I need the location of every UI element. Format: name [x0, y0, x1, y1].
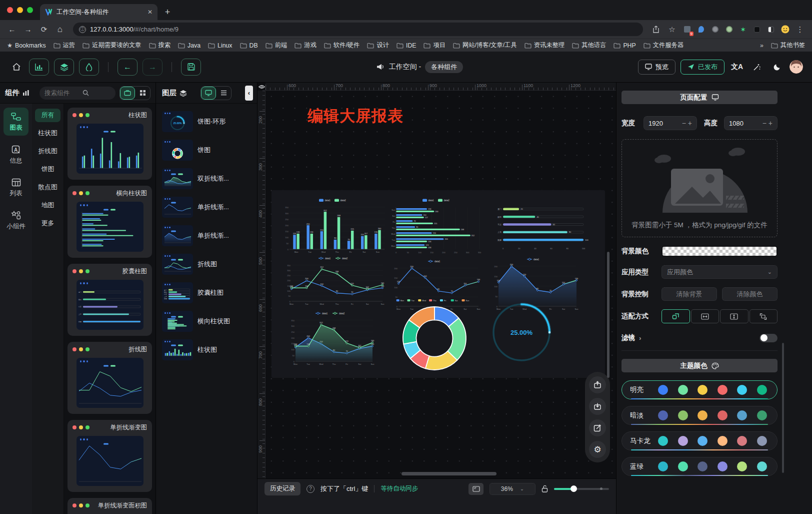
bookmark-folder[interactable]: 近期需要读的文章 — [82, 41, 141, 50]
thumbnail-view-button[interactable] — [201, 87, 216, 100]
extension-dot-icon[interactable] — [724, 25, 734, 35]
extension-pin-icon[interactable] — [696, 25, 706, 35]
app-type-select[interactable]: 应用颜色 ⌄ — [662, 265, 778, 279]
sidebar-item-信息[interactable]: A信息 — [4, 141, 28, 169]
chart-capsule[interactable]: 20厦门40南阳60北京80上海100新疆020406080100 — [490, 199, 594, 251]
translate-icon[interactable]: 文A — [730, 63, 744, 72]
list-view-button[interactable] — [216, 87, 231, 100]
undo-button[interactable]: ← — [118, 59, 138, 76]
help-icon[interactable]: ? — [306, 485, 314, 493]
sidebar-item-列表[interactable]: 列表 — [4, 174, 28, 201]
ruler-eye-icon[interactable] — [258, 84, 265, 90]
preview-button[interactable]: 预览 — [638, 60, 676, 75]
chart-bar[interactable]: data1data2050100150200250300350120130Mon… — [280, 197, 388, 255]
fit-height-button[interactable] — [720, 309, 748, 323]
canvas-area[interactable]: 6007008009001000110012001300 20030040050… — [258, 83, 616, 514]
zoom-select[interactable]: 36% ⌄ — [490, 483, 536, 495]
bookmark-folder[interactable]: 文件服务器 — [644, 41, 684, 50]
decrement-icon[interactable]: − — [682, 119, 686, 127]
zoom-slider[interactable] — [554, 485, 609, 492]
component-card[interactable]: 单折线渐变图 — [68, 420, 152, 492]
fit-width-button[interactable] — [691, 309, 720, 323]
category-更多[interactable]: 更多 — [35, 217, 60, 230]
minimap-button[interactable] — [468, 483, 484, 495]
bookmark-folder[interactable]: 其他语言 — [572, 41, 606, 50]
theme-color-dot[interactable] — [757, 461, 767, 471]
layer-item[interactable]: 饼图 — [160, 138, 253, 162]
collapse-panel-button[interactable]: ‹ — [245, 86, 253, 101]
toggle-layers-panel-button[interactable] — [54, 59, 74, 76]
sidebar-item-图表[interactable]: 图表 — [4, 108, 28, 136]
canvas-horizontal-scrollbar[interactable] — [402, 472, 496, 475]
layer-item[interactable]: 单折线渐... — [160, 224, 253, 248]
filter-toggle[interactable] — [760, 334, 778, 342]
component-card[interactable]: 横向柱状图 — [68, 186, 152, 258]
layer-item[interactable]: 双折线渐... — [160, 167, 253, 191]
extension-star-icon[interactable]: ✶ — [738, 25, 748, 35]
layer-item[interactable]: 厦门南阳北京上海新疆胶囊柱图 — [160, 281, 253, 305]
bookmark-folder[interactable]: IDE — [396, 41, 416, 50]
component-card[interactable]: 柱状图 — [68, 108, 152, 180]
theme-color-dot[interactable] — [737, 385, 747, 395]
bookmark-folder[interactable]: 前端 — [266, 41, 288, 50]
bookmark-folder[interactable]: DB — [240, 41, 258, 50]
browser-menu-icon[interactable]: ⋮ — [793, 23, 807, 37]
bookmark-folder[interactable]: 设计 — [367, 41, 389, 50]
theme-color-dot[interactable] — [678, 385, 688, 395]
increment-icon[interactable]: + — [768, 119, 772, 127]
theme-color-dot[interactable] — [718, 385, 728, 395]
grid-view-button[interactable] — [135, 87, 150, 100]
theme-color-dot[interactable] — [718, 436, 728, 446]
extension-contrast-icon[interactable] — [766, 25, 776, 35]
bookmark-folder[interactable]: 资讯未整理 — [524, 41, 564, 50]
component-search[interactable] — [40, 87, 116, 100]
user-avatar[interactable] — [790, 60, 803, 74]
background-upload-area[interactable]: 背景图需小于 5M ，格式为 png/jpg/gif 的文件 — [622, 139, 778, 237]
clear-background-button[interactable]: 清除背景 — [662, 287, 717, 301]
workspace-name-badge[interactable]: 各种组件 — [425, 61, 463, 73]
category-折线图[interactable]: 折线图 — [35, 145, 60, 158]
extension-dark-icon[interactable] — [752, 25, 762, 35]
browser-tab[interactable]: 工作空间-各种组件 ✕ — [40, 4, 158, 20]
category-所有[interactable]: 所有 — [35, 109, 60, 122]
window-controls[interactable] — [7, 0, 40, 20]
theme-color-dot[interactable] — [678, 461, 688, 471]
bookmark-folder[interactable]: 搜索 — [149, 41, 171, 50]
bookmark-folder[interactable]: 游戏 — [294, 41, 316, 50]
clear-color-button[interactable]: 清除颜色 — [722, 287, 778, 301]
theme-color-dot[interactable] — [718, 461, 728, 471]
bookmarks-overflow-icon[interactable]: » — [760, 42, 764, 49]
chart-horizontal-bar[interactable]: data1data2050100150200250300350120130Mon… — [388, 197, 488, 255]
other-bookmarks[interactable]: 其他书签 — [771, 41, 805, 50]
theme-color-dot[interactable] — [658, 461, 668, 471]
theme-color-dot[interactable] — [658, 410, 668, 420]
toggle-components-panel-button[interactable] — [29, 59, 49, 76]
chart-ring-progress[interactable]: 25.00% — [488, 299, 556, 365]
theme-color-dot[interactable] — [658, 385, 668, 395]
theme-color-dot[interactable] — [737, 436, 747, 446]
tab-close-icon[interactable]: ✕ — [148, 9, 152, 16]
redo-button[interactable]: → — [142, 59, 162, 76]
component-card[interactable]: 折线图 — [68, 342, 152, 414]
category-散点图[interactable]: 散点图 — [35, 181, 60, 194]
site-info-icon[interactable]: ⓘ — [79, 26, 86, 33]
settings-button[interactable]: ⚙ — [589, 441, 606, 458]
sidebar-item-小组件[interactable]: 小组件 — [4, 206, 28, 234]
canvas-vertical-scrollbar[interactable] — [607, 252, 610, 378]
bookmark-folder[interactable]: Linux — [208, 41, 232, 50]
edit-button[interactable] — [589, 419, 606, 436]
bookmark-folder[interactable]: 项目 — [424, 41, 446, 50]
forward-icon[interactable]: → — [21, 23, 35, 37]
bookmark-folder[interactable]: 网站/博客/文章/工具 — [453, 41, 517, 50]
magic-wand-icon[interactable] — [750, 63, 764, 71]
bookmark-folder[interactable]: Java — [178, 41, 200, 50]
layer-item[interactable]: 柱状图 — [160, 338, 253, 362]
theme-row-暗淡[interactable]: 暗淡 — [622, 406, 778, 425]
history-button[interactable]: 历史记录 — [264, 482, 300, 495]
theme-color-dot[interactable] — [678, 436, 688, 446]
decrement-icon[interactable]: − — [762, 119, 766, 127]
maximize-window-button[interactable] — [27, 7, 33, 13]
new-tab-button[interactable]: + — [160, 5, 174, 19]
chevron-right-icon[interactable]: › — [639, 334, 642, 342]
url-bar[interactable]: ⓘ 127.0.0.1:3000/#/chart/home/9 — [73, 23, 643, 36]
